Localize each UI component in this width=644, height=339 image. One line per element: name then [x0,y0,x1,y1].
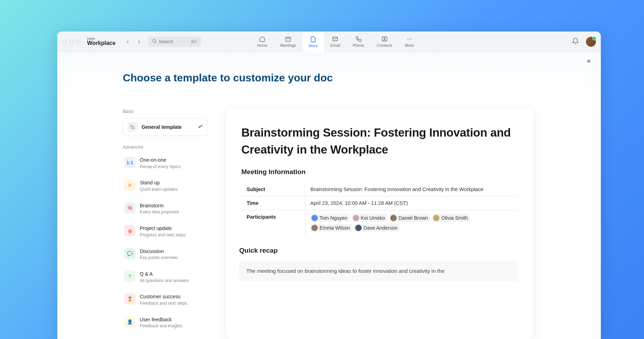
time-label: Time [242,196,305,210]
tab-email[interactable]: Email [324,31,347,52]
tab-meetings[interactable]: Meetings [274,31,303,52]
time-value: April 23, 2024, 10:00 AM - 11:28 AM (CST… [305,196,518,210]
subject-value: Brainstorming Session: Fostering Innovat… [305,182,518,196]
participant-name: Kei Umeko [361,215,385,221]
participant-avatar-icon [355,225,362,231]
calendar-icon [285,36,291,42]
participant-chip[interactable]: Dave Anderson [354,224,399,232]
nav-tabs: Home Meetings Docs Email Phone Contacts [251,31,420,52]
template-desc: Quick team updates [140,186,206,193]
docs-icon [310,36,316,42]
window-controls [62,40,81,44]
nav-arrows [123,37,144,47]
basic-section-label: Basic [123,109,208,114]
template-sidebar: Basic General template Advanced 1:1One-o… [123,109,208,336]
template-project-update[interactable]: ◎Project updateProgress and next steps [123,222,208,241]
template-desc: Recap of every topics [140,164,206,170]
advanced-section-label: Advanced [123,144,208,150]
template-name: Discussion [140,248,206,255]
tab-more[interactable]: More [398,31,420,52]
maximize-window[interactable] [76,40,81,44]
svg-rect-2 [286,37,291,41]
template-stand-up[interactable]: ☀Stand upQuick team updates [123,177,208,195]
tab-contacts[interactable]: Contacts [370,31,398,52]
user-avatar[interactable] [586,37,596,47]
brand-logo: zoom Workplace [87,37,116,46]
tab-docs[interactable]: Docs [303,32,324,52]
template-general[interactable]: General template [123,118,208,136]
svg-rect-12 [131,125,132,127]
page-title: Choose a template to customize your doc [123,72,333,84]
svg-point-6 [384,38,385,39]
participant-avatar-icon [390,215,397,221]
nav-forward[interactable] [134,37,144,47]
participant-chip[interactable]: Daniel Brown [389,214,430,222]
tab-label: More [405,43,414,47]
template-customer-success[interactable]: 🏅Customer successFeedback and next steps [123,291,208,309]
template-desc: Feedback and insights [140,323,206,329]
template-icon: ? [124,271,136,282]
close-button[interactable] [586,58,592,66]
template-discussion[interactable]: 💬DiscussionKey points overview [123,245,208,264]
meeting-info-heading: Meeting Information [241,168,518,176]
check-icon [197,123,203,131]
svg-rect-14 [131,127,132,129]
email-icon [332,36,338,42]
nav-back[interactable] [123,37,133,47]
notifications-icon[interactable] [572,38,579,46]
general-template-icon [127,122,137,132]
template-name: Brainstorm [140,202,206,209]
svg-point-0 [153,39,155,42]
subject-label: Subject [242,182,305,196]
template-icon: 💬 [124,248,136,259]
phone-icon [355,36,362,42]
tab-label: Email [330,43,340,47]
minimize-window[interactable] [69,40,74,44]
template-name: General template [142,124,193,130]
participant-chip[interactable]: Emma Wilson [310,224,352,232]
titlebar: zoom Workplace ⌘F Home Mee [57,31,601,52]
template-brainstorm[interactable]: 🧠BrainstormEvery idea proposed [123,200,208,218]
template-desc: Key points overview [140,255,206,261]
tab-label: Meetings [280,43,296,47]
template-icon: ◎ [124,225,136,236]
close-window[interactable] [62,40,67,44]
svg-point-9 [410,39,411,39]
template-preview: Brainstorming Session: Fostering Innovat… [226,109,534,339]
participant-chip[interactable]: Tom Nguyen [310,214,350,222]
participant-chip[interactable]: Kei Umeko [352,214,387,222]
template-desc: Every idea proposed [140,209,206,215]
tab-label: Contacts [377,43,392,47]
titlebar-right [572,37,596,47]
template-desc: All questions and answers [140,278,206,284]
svg-rect-15 [133,127,134,129]
participant-name: Daniel Brown [398,215,428,221]
template-icon: 👤 [124,316,136,328]
content-area: Choose a template to customize your doc … [57,52,601,339]
template-name: Stand up [140,179,206,186]
template-name: One-on-one [140,157,206,164]
template-icon: ☀ [124,179,136,191]
tab-home[interactable]: Home [251,31,274,52]
participant-name: Olivia Smith [441,215,468,221]
svg-point-7 [407,39,408,39]
svg-rect-13 [133,125,134,127]
svg-point-8 [409,39,410,39]
search-box[interactable]: ⌘F [148,36,201,47]
template-q-a[interactable]: ?Q & AAll questions and answers [123,268,208,286]
template-desc: Feedback and next steps [140,300,206,306]
contacts-icon [381,36,388,42]
quick-recap-heading: Quick recap [239,247,518,254]
tab-label: Home [257,43,268,47]
svg-line-1 [155,42,156,43]
search-input[interactable] [159,39,189,44]
tab-phone[interactable]: Phone [346,31,370,52]
template-icon: 🏅 [124,293,136,305]
participant-chip[interactable]: Olivia Smith [432,214,470,222]
tab-label: Docs [309,44,318,48]
template-one-on-one[interactable]: 1:1One-on-oneRecap of every topics [123,154,208,172]
template-icon: 1:1 [124,157,136,168]
template-user-feedback[interactable]: 👤User feedbackFeedback and insights [123,314,208,332]
home-icon [259,36,265,42]
template-name: User feedback [140,316,206,323]
